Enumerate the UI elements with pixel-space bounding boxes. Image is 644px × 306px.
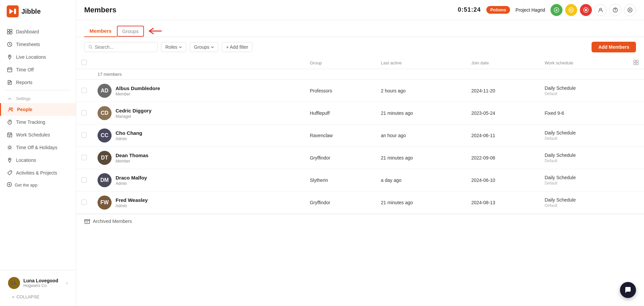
- logo-text: Jibble: [21, 8, 41, 15]
- search-icon: [89, 45, 93, 49]
- sidebar-item-reports[interactable]: Reports: [0, 76, 76, 89]
- schedule-sub: Default: [544, 91, 623, 96]
- page-title: Members: [84, 6, 453, 14]
- sidebar-item-label: Locations: [16, 158, 36, 163]
- chevron-down-icon: [211, 45, 214, 49]
- member-count: 17 members: [92, 69, 304, 80]
- svg-rect-32: [634, 63, 636, 65]
- user-profile[interactable]: LL Luna Lovegood Hogwarts Co ›: [5, 274, 70, 292]
- sidebar-nav: Dashboard Timesheets Live Locations Time…: [0, 23, 76, 270]
- table-row: DT Dean Thomas Member Gryffindor 21 minu…: [76, 147, 644, 169]
- sidebar-item-work-schedules[interactable]: Work Schedules: [0, 128, 76, 141]
- calendar-icon: [7, 67, 13, 73]
- row-checkbox[interactable]: [82, 177, 87, 183]
- member-role: Admin: [116, 181, 147, 186]
- collapse-icon: «: [12, 294, 14, 299]
- toolbar: Roles Groups + Add filter Add Members: [76, 37, 644, 57]
- tab-groups[interactable]: Groups: [117, 26, 144, 37]
- table-header-row: Group Last active Join date Work schedul…: [76, 57, 644, 69]
- clock-icon: [7, 41, 13, 47]
- row-checkbox[interactable]: [82, 132, 87, 138]
- page-content: Members Groups Roles Groups: [76, 20, 644, 306]
- row-checkbox[interactable]: [82, 155, 87, 160]
- svg-rect-30: [634, 60, 636, 62]
- roles-filter-button[interactable]: Roles: [161, 42, 186, 52]
- collapse-button[interactable]: « COLLAPSE: [5, 292, 70, 302]
- sun-icon: [7, 144, 13, 150]
- member-count-row: 17 members: [76, 69, 644, 80]
- member-name: Fred Weasley: [116, 197, 148, 203]
- schedule-name: Daily Schedule: [544, 85, 623, 91]
- start-button[interactable]: [550, 4, 562, 16]
- row-checkbox[interactable]: [82, 200, 87, 205]
- svg-rect-13: [8, 133, 12, 137]
- project-label: Project Hagrid: [515, 7, 545, 13]
- svg-rect-2: [14, 9, 16, 14]
- pause-button[interactable]: [565, 4, 577, 16]
- user-icon-button[interactable]: [595, 4, 607, 16]
- svg-rect-9: [8, 68, 12, 72]
- member-group: Hufflepuff: [304, 102, 375, 124]
- user-name: Luna Lovegood: [23, 278, 63, 283]
- user-info: Luna Lovegood Hogwarts Co: [23, 278, 63, 288]
- member-join-date: 2024-06-11: [466, 124, 539, 147]
- schedule-name: Fixed 9-6: [544, 110, 623, 116]
- top-header: Members 0:51:24 Potions Project Hagrid: [76, 0, 644, 20]
- member-role: Manager: [116, 114, 152, 119]
- add-filter-button[interactable]: + Add filter: [222, 42, 253, 52]
- row-checkbox[interactable]: [82, 110, 87, 115]
- sidebar-item-label: Dashboard: [16, 29, 39, 34]
- member-join-date: 2024-06-10: [466, 169, 539, 192]
- chat-bubble[interactable]: [620, 282, 636, 298]
- svg-point-15: [9, 159, 10, 160]
- sidebar-item-label: Live Locations: [16, 54, 46, 60]
- members-table: Group Last active Join date Work schedul…: [76, 57, 644, 214]
- member-last-active: 2 hours ago: [375, 80, 466, 102]
- stop-button[interactable]: [580, 4, 592, 16]
- chevron-up-icon: [7, 96, 13, 102]
- member-last-active: 21 minutes ago: [375, 147, 466, 169]
- sidebar-item-time-off[interactable]: Time Off: [0, 63, 76, 76]
- member-group: Ravenclaw: [304, 124, 375, 147]
- archived-bar[interactable]: Archived Members: [76, 214, 644, 228]
- svg-rect-4: [10, 29, 12, 31]
- schedule-sub: Default: [544, 159, 623, 163]
- sidebar-item-time-tracking[interactable]: Time Tracking: [0, 116, 76, 128]
- svg-point-27: [628, 8, 632, 12]
- member-role: Member: [116, 92, 160, 96]
- sidebar-item-people[interactable]: People: [0, 103, 76, 116]
- search-input[interactable]: [95, 44, 153, 50]
- header-icons: [550, 4, 636, 16]
- svg-rect-20: [570, 9, 571, 11]
- row-checkbox[interactable]: [82, 88, 87, 93]
- logo[interactable]: Jibble: [0, 0, 76, 23]
- groups-filter-button[interactable]: Groups: [190, 42, 218, 52]
- svg-point-19: [569, 8, 574, 12]
- sidebar-item-label: Time Off & Holidays: [16, 145, 57, 150]
- svg-point-14: [9, 146, 11, 148]
- schedule-sub: Default: [544, 203, 623, 208]
- search-box[interactable]: [84, 42, 158, 52]
- sidebar-item-dashboard[interactable]: Dashboard: [0, 25, 76, 38]
- column-settings: [628, 57, 644, 69]
- tabs-bar: Members Groups: [76, 20, 644, 37]
- sidebar-item-live-locations[interactable]: Live Locations: [0, 51, 76, 63]
- schedule-sub: Default: [544, 181, 623, 186]
- member-role: Admin: [116, 136, 142, 141]
- member-join-date: 2022-09-06: [466, 147, 539, 169]
- sidebar-item-locations[interactable]: Locations: [0, 154, 76, 167]
- sidebar-item-activities-projects[interactable]: Activities & Projects: [0, 167, 76, 179]
- avatar: FW: [98, 196, 112, 210]
- svg-rect-3: [7, 29, 9, 31]
- select-all-checkbox[interactable]: [82, 60, 87, 65]
- help-icon-button[interactable]: [609, 4, 621, 16]
- settings-icon-button[interactable]: [624, 4, 636, 16]
- active-activity-badge[interactable]: Potions: [486, 6, 510, 14]
- sidebar-item-time-off-holidays[interactable]: Time Off & Holidays: [0, 141, 76, 154]
- sidebar-item-timesheets[interactable]: Timesheets: [0, 38, 76, 51]
- tab-members[interactable]: Members: [84, 25, 117, 37]
- column-group: Group: [304, 57, 375, 69]
- add-members-button[interactable]: Add Members: [592, 42, 636, 52]
- get-app-button[interactable]: Get the app: [0, 179, 76, 191]
- archive-icon: [84, 218, 90, 224]
